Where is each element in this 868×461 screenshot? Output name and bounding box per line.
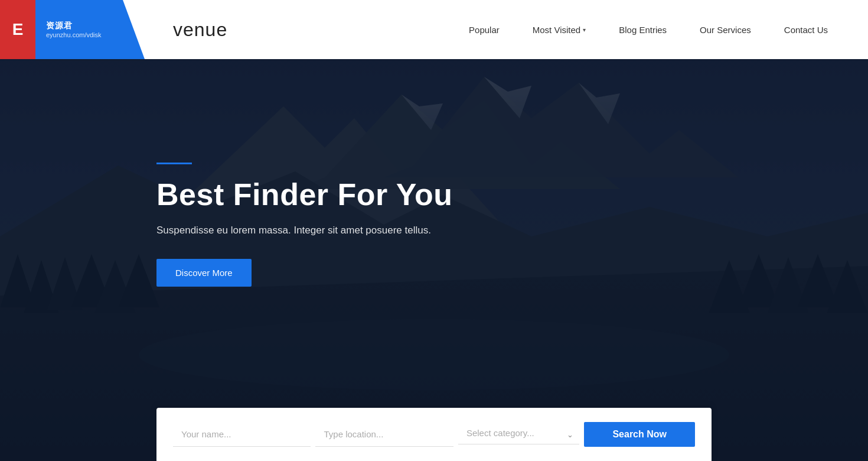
name-input[interactable] bbox=[173, 422, 311, 447]
site-name: venue bbox=[173, 19, 227, 41]
main-nav: Popular Most Visited ▾ Blog Entries Our … bbox=[452, 25, 868, 35]
discover-more-button[interactable]: Discover More bbox=[156, 259, 252, 287]
search-bar: Select category... Restaurants Hotels Ve… bbox=[156, 408, 712, 461]
nav-item-popular[interactable]: Popular bbox=[452, 25, 516, 35]
hero-subtitle: Suspendisse eu lorem massa. Integer sit … bbox=[156, 225, 868, 236]
brand-name: 资源君 bbox=[46, 21, 134, 31]
logo-text-block: 资源君 eyunzhu.com/vdisk bbox=[35, 0, 145, 59]
hero-title: Best Finder For You bbox=[156, 177, 868, 213]
location-input[interactable] bbox=[315, 422, 453, 447]
header: E 资源君 eyunzhu.com/vdisk venue Popular Mo… bbox=[0, 0, 868, 59]
search-now-button[interactable]: Search Now bbox=[584, 422, 695, 447]
nav-item-blog-entries[interactable]: Blog Entries bbox=[602, 25, 683, 35]
nav-item-our-services[interactable]: Our Services bbox=[683, 25, 768, 35]
category-select-wrapper: Select category... Restaurants Hotels Ve… bbox=[458, 422, 579, 447]
hero-divider bbox=[156, 163, 192, 164]
nav-item-contact-us[interactable]: Contact Us bbox=[768, 25, 844, 35]
category-select[interactable]: Select category... Restaurants Hotels Ve… bbox=[458, 422, 579, 444]
logo-badge-e: E bbox=[0, 0, 35, 59]
nav-item-most-visited[interactable]: Most Visited ▾ bbox=[516, 25, 602, 35]
hero-content: Best Finder For You Suspendisse eu lorem… bbox=[0, 59, 868, 461]
chevron-down-icon: ▾ bbox=[583, 27, 586, 33]
logo-block: E 资源君 eyunzhu.com/vdisk bbox=[0, 0, 156, 59]
brand-sub: eyunzhu.com/vdisk bbox=[46, 31, 134, 38]
